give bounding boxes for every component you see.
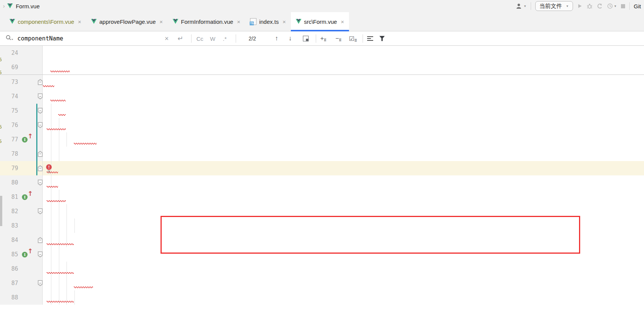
code-line-86[interactable]: 86 <box>0 262 644 276</box>
annotation-red-box <box>161 216 580 254</box>
filter-lines-icon[interactable] <box>367 35 373 42</box>
find-in-selection-toggle[interactable] <box>303 36 309 41</box>
indent-guide <box>51 147 51 161</box>
tab-index.ts[interactable]: TSindex.ts× <box>245 12 290 31</box>
typescript-file-icon: TS <box>250 18 256 25</box>
indent-guide <box>66 233 67 247</box>
profiler-button[interactable]: ▼ <box>607 3 617 9</box>
fold-marker-down[interactable] <box>38 251 43 257</box>
previous-match-button[interactable]: ↑ <box>275 35 278 42</box>
code-line-69[interactable]: 69 <box>0 60 644 74</box>
line-number: 80 <box>0 175 18 190</box>
fold-marker-up[interactable] <box>38 79 43 85</box>
line-number: 86 <box>0 262 18 276</box>
fold-marker-down[interactable] <box>38 180 43 186</box>
indent-guide <box>51 247 51 262</box>
line-number: 83 <box>0 219 18 233</box>
indent-guide <box>59 276 59 290</box>
tab-close-icon[interactable]: × <box>283 19 286 25</box>
tab-close-icon[interactable]: × <box>159 19 163 25</box>
fold-marker-down[interactable] <box>38 108 43 114</box>
tab-close-icon[interactable]: × <box>341 19 344 25</box>
tab-label: approveFlowPage.vue <box>99 19 156 25</box>
vue-file-icon <box>173 19 178 25</box>
editor-lines: 7374757677I↑7879!8081I↑82838485I↑868788 <box>0 75 644 305</box>
line-number: 77 <box>0 132 18 147</box>
code-editor[interactable]: 2469 7374757677I↑7879!8081I↑82838485I↑86… <box>0 46 644 310</box>
code-line-78[interactable]: 78 <box>0 147 644 161</box>
usages-gutter-icon[interactable]: I↑ <box>22 250 34 259</box>
line-number: 75 <box>0 104 18 118</box>
code-line-73[interactable]: 73 <box>0 75 644 89</box>
tab-approveFlowPage.vue[interactable]: approveFlowPage.vue× <box>86 12 168 31</box>
run-button[interactable] <box>577 3 582 9</box>
indent-guide <box>66 276 67 290</box>
code-line-80[interactable]: 80 <box>0 175 644 190</box>
divider <box>316 34 316 43</box>
debug-button[interactable] <box>587 3 593 9</box>
fold-marker-up[interactable] <box>38 151 43 157</box>
code-line-24[interactable]: 24 <box>0 46 644 60</box>
fold-marker-down[interactable] <box>38 208 43 214</box>
match-case-toggle[interactable]: Cc <box>196 35 203 42</box>
search-input[interactable] <box>17 35 162 42</box>
git-widget[interactable]: Git <box>634 3 642 9</box>
search-icon[interactable] <box>5 34 14 43</box>
tab-close-icon[interactable]: × <box>237 19 240 25</box>
usages-gutter-icon[interactable]: I↑ <box>22 193 34 201</box>
indent-guide <box>59 290 59 305</box>
code-line-74[interactable]: 74 <box>0 89 644 104</box>
tab-label: index.ts <box>259 19 279 25</box>
chevron-down-icon: ▼ <box>566 5 569 8</box>
remove-occurrence-button[interactable]: −Ⅱ <box>335 35 341 42</box>
indent-guide <box>59 204 59 219</box>
fold-marker-up[interactable] <box>38 237 43 243</box>
tab-components-Form.vue[interactable]: components\Form.vue× <box>5 12 86 31</box>
add-occurrence-button[interactable]: +Ⅱ <box>320 35 326 42</box>
regex-toggle[interactable]: .* <box>223 35 227 42</box>
code-line-81[interactable]: 81I↑ <box>0 190 644 204</box>
newline-toggle-icon[interactable]: ↵ <box>178 34 183 43</box>
indent-guide <box>66 262 67 276</box>
code-line-87[interactable]: 87 <box>0 276 644 290</box>
line-number: 88 <box>0 290 18 305</box>
left-edge-scrollbar-fragment <box>0 196 2 226</box>
chevron-down-icon: ▼ <box>524 5 527 8</box>
tab-src-Form.vue[interactable]: src\Form.vue× <box>291 12 349 31</box>
left-edge-artifact-digit: 6 <box>0 57 2 62</box>
code-line-77[interactable]: 77I↑ <box>0 132 644 147</box>
fold-marker-down[interactable] <box>38 122 43 128</box>
coverage-button[interactable] <box>597 3 603 9</box>
usages-gutter-icon[interactable]: I↑ <box>22 135 34 144</box>
select-all-occurrences-button[interactable]: ☑Ⅱ <box>349 35 357 42</box>
next-match-button[interactable]: ↓ <box>289 35 292 42</box>
fold-marker-down[interactable] <box>38 280 43 286</box>
code-line-88[interactable]: 88 <box>0 290 644 305</box>
filter-icon[interactable] <box>379 36 385 41</box>
code-line-76[interactable]: 76 <box>0 118 644 132</box>
fold-marker-down[interactable] <box>38 93 43 99</box>
error-squiggle <box>50 71 69 72</box>
code-line-75[interactable]: 75 <box>0 104 644 118</box>
user-icon[interactable]: ▼ <box>516 3 527 9</box>
line-number: 73 <box>0 75 18 89</box>
error-squiggle <box>46 301 74 302</box>
error-intention-icon[interactable]: ! <box>46 164 52 172</box>
run-config-selector[interactable]: 当前文件 ▼ <box>535 1 573 11</box>
indent-guide <box>51 290 51 305</box>
editor-tab-bar: components\Form.vue×approveFlowPage.vue×… <box>0 12 644 31</box>
tab-close-icon[interactable]: × <box>78 19 81 25</box>
line-number: 76 <box>0 118 18 132</box>
indent-guide <box>51 104 51 118</box>
fold-marker-up[interactable] <box>38 165 43 171</box>
indent-guide <box>51 204 51 219</box>
tab-FormInformation.vue[interactable]: FormInformation.vue× <box>168 12 245 31</box>
run-config-label: 当前文件 <box>539 3 562 10</box>
clear-search-icon[interactable]: × <box>165 34 169 42</box>
words-toggle[interactable]: W <box>210 35 215 42</box>
divider <box>236 34 236 43</box>
indent-guide <box>51 219 51 233</box>
vcs-change-marker[interactable] <box>36 104 37 175</box>
stop-button[interactable] <box>621 4 625 8</box>
code-line-79[interactable]: 79! <box>0 161 644 175</box>
